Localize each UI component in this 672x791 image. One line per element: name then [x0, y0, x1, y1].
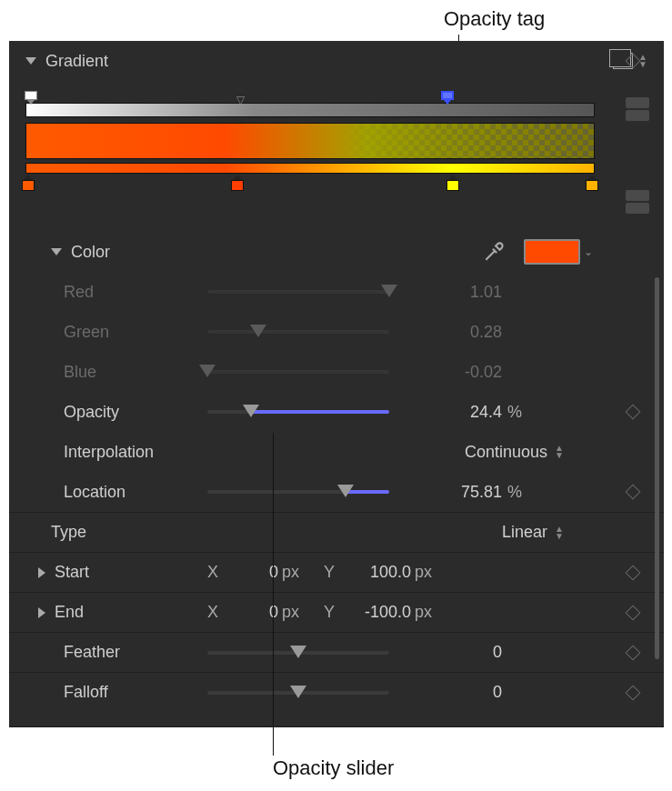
- location-value[interactable]: 75.81: [389, 483, 507, 502]
- gradient-preview-bar[interactable]: [25, 123, 595, 159]
- color-section-title: Color: [71, 243, 482, 262]
- opacity-slider[interactable]: [207, 403, 389, 421]
- type-row: Type Linear ▲▼: [9, 512, 664, 552]
- location-row: Location 75.81 %: [9, 472, 664, 512]
- falloff-row: Falloff 0: [9, 672, 664, 712]
- keyframe-icon[interactable]: [626, 645, 641, 660]
- interpolation-label: Interpolation: [64, 443, 207, 462]
- disclosure-triangle-icon[interactable]: [25, 57, 36, 65]
- opacity-row: Opacity 24.4 %: [9, 392, 664, 432]
- feather-value[interactable]: 0: [389, 643, 507, 662]
- y-label: Y: [324, 563, 335, 582]
- type-value[interactable]: Linear: [207, 523, 549, 542]
- callout-opacity-slider: Opacity slider: [273, 756, 394, 780]
- callout-line: [273, 433, 274, 756]
- feather-label: Feather: [64, 643, 207, 662]
- color-tag[interactable]: [22, 175, 35, 191]
- type-popup-icon[interactable]: ▲▼: [555, 526, 564, 540]
- gradient-editor: ▽: [9, 81, 664, 232]
- falloff-value[interactable]: 0: [389, 683, 507, 702]
- type-label: Type: [51, 523, 207, 542]
- keyframe-icon[interactable]: [626, 485, 641, 500]
- start-x-value[interactable]: 0: [224, 563, 278, 582]
- section-title: Gradient: [45, 52, 613, 71]
- eyedropper-icon[interactable]: [482, 240, 506, 264]
- green-value[interactable]: 0.28: [389, 323, 507, 342]
- gradient-inspector-panel: Gradient ▲▼ ▽: [9, 41, 664, 727]
- end-row: End X 0 px Y -100.0 px: [9, 592, 664, 632]
- keyframe-icon[interactable]: [626, 605, 641, 620]
- color-tag[interactable]: [231, 175, 244, 191]
- end-x-value[interactable]: 0: [224, 603, 278, 622]
- location-slider[interactable]: [207, 483, 389, 501]
- scrollbar[interactable]: [655, 277, 659, 659]
- color-swatch[interactable]: [524, 239, 580, 265]
- opacity-midpoint-icon[interactable]: ▽: [236, 94, 245, 106]
- unit-px: px: [282, 603, 307, 622]
- color-popup-chevron-icon[interactable]: ⌄: [584, 245, 593, 258]
- keyframe-icon[interactable]: [626, 565, 641, 580]
- keyframe-icon[interactable]: [626, 685, 641, 700]
- color-gradient-bar[interactable]: [25, 163, 595, 174]
- end-y-value[interactable]: -100.0: [340, 603, 411, 622]
- green-label: Green: [64, 323, 207, 342]
- location-label: Location: [64, 483, 207, 502]
- opacity-label: Opacity: [64, 403, 207, 422]
- green-slider[interactable]: [207, 323, 389, 341]
- red-label: Red: [64, 283, 207, 302]
- feather-row: Feather 0: [9, 632, 664, 672]
- unit-px: px: [415, 603, 440, 622]
- opacity-value[interactable]: 24.4: [389, 403, 507, 422]
- red-row: Red 1.01: [9, 272, 664, 312]
- opacity-tag[interactable]: [25, 91, 37, 104]
- blue-label: Blue: [64, 363, 207, 382]
- blue-slider[interactable]: [207, 363, 389, 381]
- red-slider[interactable]: [207, 283, 389, 301]
- opacity-unit: %: [507, 403, 544, 422]
- red-value[interactable]: 1.01: [389, 283, 507, 302]
- feather-slider[interactable]: [207, 644, 389, 662]
- color-distribute-icons[interactable]: [626, 190, 649, 214]
- green-row: Green 0.28: [9, 312, 664, 352]
- location-unit: %: [507, 483, 544, 502]
- blue-row: Blue -0.02: [9, 352, 664, 392]
- end-label: End: [55, 603, 191, 622]
- keyframe-icon[interactable]: [626, 405, 641, 420]
- unit-px: px: [415, 563, 440, 582]
- falloff-slider[interactable]: [207, 684, 389, 702]
- opacity-distribute-icons[interactable]: [626, 97, 649, 121]
- x-label: X: [207, 563, 218, 582]
- x-label: X: [207, 603, 218, 622]
- interpolation-value[interactable]: Continuous: [207, 443, 549, 462]
- unit-px: px: [282, 563, 307, 582]
- disclosure-triangle-icon[interactable]: [51, 248, 62, 255]
- callout-opacity-tag: Opacity tag: [444, 7, 545, 31]
- start-row: Start X 0 px Y 100.0 px: [9, 552, 664, 592]
- opacity-tag-selected[interactable]: [441, 91, 454, 104]
- color-tag[interactable]: [586, 175, 598, 191]
- interpolation-row: Interpolation Continuous ▲▼: [9, 432, 664, 472]
- start-y-value[interactable]: 100.0: [340, 563, 411, 582]
- section-header-gradient[interactable]: Gradient ▲▼: [9, 41, 664, 81]
- y-label: Y: [324, 603, 335, 622]
- opacity-gradient-bar[interactable]: ▽: [25, 103, 595, 117]
- disclosure-triangle-icon[interactable]: [38, 607, 45, 618]
- color-tag[interactable]: [446, 175, 459, 191]
- disclosure-triangle-icon[interactable]: [38, 567, 45, 578]
- interpolation-popup-icon[interactable]: ▲▼: [555, 445, 564, 459]
- blue-value[interactable]: -0.02: [389, 363, 507, 382]
- falloff-label: Falloff: [64, 683, 207, 702]
- start-label: Start: [55, 563, 191, 582]
- section-header-color[interactable]: Color ⌄: [9, 232, 664, 272]
